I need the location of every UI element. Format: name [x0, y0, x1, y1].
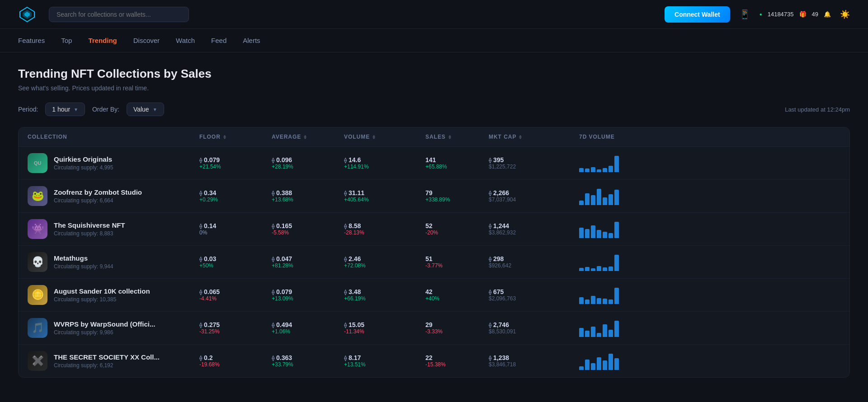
floor-change: +50%: [199, 262, 272, 269]
volume-change: +66.19%: [344, 295, 425, 302]
floor-value: 0.34: [199, 189, 272, 196]
connect-wallet-button[interactable]: Connect Wallet: [665, 6, 730, 23]
sort-icon-floor: [223, 135, 226, 139]
chart-bar: [609, 194, 613, 205]
chart-bar: [609, 166, 613, 172]
avatar: QU: [28, 153, 47, 173]
table-row[interactable]: QU Quirkies Originals Circulating supply…: [19, 147, 849, 180]
floor-change: 0%: [199, 229, 272, 236]
average-cell: 0.388 +13.68%: [272, 189, 344, 203]
table-row[interactable]: 🪙 August Sander 10K collection Circulati…: [19, 279, 849, 312]
chart-bar: [603, 299, 607, 304]
collection-info: Zoofrenz by Zombot Studio Circulating su…: [54, 188, 142, 204]
floor-cell: 0.2 -19.68%: [199, 354, 272, 368]
table-row[interactable]: 💀 Metathugs Circulating supply: 9,944 0.…: [19, 246, 849, 279]
status-dot: ●: [760, 12, 762, 17]
nav-features[interactable]: Features: [18, 37, 45, 44]
volume-value: 3.48: [344, 288, 425, 295]
collection-cell: 💀 Metathugs Circulating supply: 9,944: [28, 252, 199, 272]
table-row[interactable]: 👾 The Squishiverse NFT Circulating suppl…: [19, 213, 849, 246]
nav-top[interactable]: Top: [61, 37, 72, 44]
eth-icon: [272, 288, 274, 295]
average-change: +1.06%: [272, 328, 344, 335]
average-value: 0.165: [272, 222, 344, 229]
average-value: 0.494: [272, 321, 344, 328]
phone-icon[interactable]: 📱: [739, 9, 750, 20]
chart-bar: [614, 358, 619, 370]
sales-cell: 22 -15.38%: [425, 354, 489, 368]
volume-cell: 3.48 +66.19%: [344, 288, 425, 302]
last-updated: Last updated at 12:24pm: [785, 106, 850, 113]
7d-chart: [579, 253, 660, 271]
nav-feed[interactable]: Feed: [211, 37, 226, 44]
eth-icon: [489, 288, 491, 295]
mkt-cap-value: 675: [489, 288, 579, 295]
chart-bar: [585, 360, 590, 370]
nav-alerts[interactable]: Alerts: [243, 37, 260, 44]
collection-supply: Circulating supply: 6,192: [54, 362, 160, 369]
order-dropdown[interactable]: Value ▼: [127, 103, 164, 116]
sales-change: -3.77%: [425, 262, 489, 269]
search-input[interactable]: [49, 7, 189, 22]
gift-icon[interactable]: 🎁: [799, 11, 807, 18]
theme-toggle-icon[interactable]: ☀️: [840, 9, 850, 19]
nav-trending[interactable]: Trending: [88, 37, 117, 44]
col-volume[interactable]: VOLUME: [344, 134, 425, 140]
mkt-cap-cell: 1,238 $3,846,718: [489, 354, 579, 368]
table-row[interactable]: 🐸 Zoofrenz by Zombot Studio Circulating …: [19, 180, 849, 213]
volume-cell: 14.6 +114.91%: [344, 156, 425, 170]
average-change: +81.28%: [272, 262, 344, 269]
collection-supply: Circulating supply: 4,995: [54, 164, 113, 171]
average-cell: 0.096 +28.19%: [272, 156, 344, 170]
7d-chart: [579, 286, 660, 304]
mkt-cap-cell: 298 $926,642: [489, 255, 579, 269]
mkt-cap-usd: $1,225,722: [489, 164, 579, 170]
floor-cell: 0.079 +21.54%: [199, 156, 272, 170]
average-value: 0.096: [272, 156, 344, 164]
sort-icon-mkt-cap: [519, 135, 522, 139]
table-row[interactable]: 🎵 WVRPS by WarpSound (Offici... Circulat…: [19, 312, 849, 345]
col-floor[interactable]: FLOOR: [199, 134, 272, 140]
avatar: ✖️: [28, 351, 47, 371]
period-value: 1 hour: [52, 106, 70, 113]
col-sales[interactable]: SALES: [425, 134, 489, 140]
nav-discover[interactable]: Discover: [133, 37, 160, 44]
collection-name: WVRPS by WarpSound (Offici...: [54, 320, 155, 328]
volume-value: 8.58: [344, 222, 425, 229]
table-header: COLLECTION FLOOR AVERAGE VOLUME SALES MK…: [19, 127, 849, 147]
average-change: +33.79%: [272, 361, 344, 368]
chart-bar: [614, 190, 619, 205]
chart-bar: [579, 297, 584, 304]
volume-change: +13.51%: [344, 361, 425, 368]
col-mkt-cap[interactable]: MKT CAP: [489, 134, 579, 140]
collection-info: August Sander 10K collection Circulating…: [54, 287, 150, 303]
bell-icon[interactable]: 🔔: [824, 11, 831, 18]
floor-cell: 0.34 +0.29%: [199, 189, 272, 203]
average-change: +13.09%: [272, 295, 344, 302]
mkt-cap-value: 1,244: [489, 222, 579, 229]
collection-info: The Squishiverse NFT Circulating supply:…: [54, 221, 125, 237]
collection-name: THE SECRET SOCIETY XX Coll...: [54, 353, 160, 361]
chart-bar: [591, 225, 595, 238]
col-average[interactable]: AVERAGE: [272, 134, 344, 140]
mkt-cap-usd: $926,642: [489, 262, 579, 269]
7d-chart: [579, 187, 660, 205]
nav-watch[interactable]: Watch: [176, 37, 195, 44]
sales-cell: 51 -3.77%: [425, 255, 489, 269]
collection-cell: ✖️ THE SECRET SOCIETY XX Coll... Circula…: [28, 351, 199, 371]
average-value: 0.388: [272, 189, 344, 196]
order-value: Value: [133, 106, 149, 113]
chart-bar: [579, 366, 584, 370]
table-row[interactable]: ✖️ THE SECRET SOCIETY XX Coll... Circula…: [19, 345, 849, 377]
app-logo[interactable]: [18, 5, 36, 23]
eth-icon: [489, 222, 491, 229]
period-dropdown[interactable]: 1 hour ▼: [45, 103, 85, 116]
sales-cell: 29 -3.33%: [425, 321, 489, 335]
mkt-cap-value: 395: [489, 156, 579, 164]
chart-bar: [597, 298, 601, 304]
volume-cell: 31.11 +405.64%: [344, 189, 425, 203]
floor-cell: 0.275 -31.25%: [199, 321, 272, 335]
sales-value: 51: [425, 255, 489, 262]
eth-icon: [489, 189, 491, 196]
chart-bar: [591, 296, 595, 304]
